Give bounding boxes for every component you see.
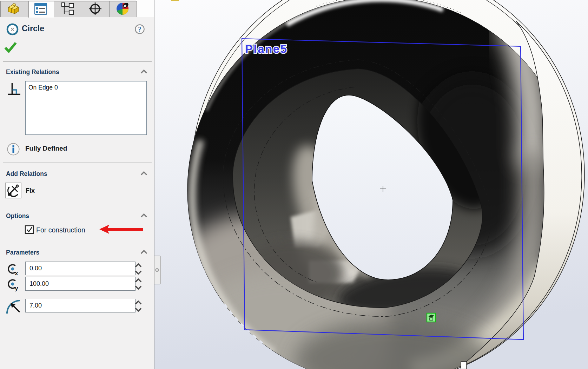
svg-text:?: ? (138, 26, 141, 33)
svg-text:Plane5: Plane5 (245, 42, 288, 55)
svg-text:y: y (15, 285, 18, 291)
svg-text:x: x (15, 270, 18, 276)
